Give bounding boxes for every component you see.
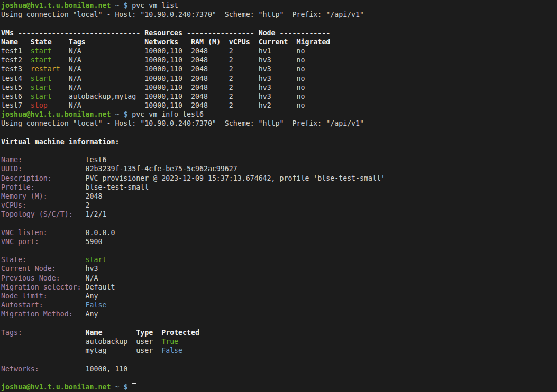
info-node-limit: Node limit: Any	[1, 292, 557, 301]
vm-list-row-test1: test1 start N/A 10000,110 2048 2 hv1 no	[1, 46, 557, 55]
info-current-node: Current Node: hv3	[1, 264, 557, 273]
tag-type: user	[136, 338, 153, 346]
info-value-node-limit: Any	[86, 292, 98, 300]
terminal-text: 2048	[191, 56, 208, 64]
terminal-text: N/A	[69, 65, 81, 73]
info-value-current-node: hv3	[86, 265, 98, 273]
info-value-topology: 1/2/1	[86, 210, 107, 218]
tag-name: autobackup	[86, 338, 128, 346]
vm-name: test7	[1, 101, 22, 109]
terminal-text	[254, 29, 259, 37]
section-label-vms: VMs	[1, 29, 14, 37]
terminal-text: no	[297, 74, 305, 82]
tag-name: mytag	[86, 347, 107, 354]
terminal-text: 2	[229, 74, 233, 82]
terminal-text: N/A	[69, 83, 81, 91]
prompt-line-1: joshua@hv1.t.u.bonilan.net ~ $ pvc vm li…	[1, 1, 557, 10]
terminal-text: hv3	[259, 74, 271, 82]
terminal-text: 2048	[191, 74, 208, 82]
terminal-text: no	[297, 47, 305, 55]
vm-list-row-test7: test7 stop N/A 10000,110 2048 2 hv2 no	[1, 101, 557, 110]
info-label: Name:	[1, 156, 22, 164]
vm-state: start	[31, 47, 52, 55]
terminal-text: 2048	[191, 101, 208, 109]
info-name: Name: test6	[1, 155, 557, 164]
prompt-user-host: joshua@hv1.t.u.bonilan.net	[1, 2, 111, 10]
info-label: Node limit:	[1, 292, 48, 300]
vm-list-row-test2: test2 start N/A 10000,110 2048 2 hv3 no	[1, 55, 557, 64]
blank-line	[1, 219, 557, 228]
terminal-screen[interactable]: joshua@hv1.t.u.bonilan.net ~ $ pvc vm li…	[0, 0, 557, 392]
tags-header-line: Tags: Name Type Protected	[1, 328, 557, 337]
connection-line-1: Using connection "local" - Host: "10.90.…	[1, 10, 557, 19]
info-label: Previous Node:	[1, 274, 60, 282]
vm-state: start	[31, 83, 52, 91]
terminal-text: no	[297, 92, 305, 100]
terminal-text: 10000,110	[144, 101, 182, 109]
vm-list-ruler: VMs ----------------------------- Resour…	[1, 29, 557, 38]
info-value-name: test6	[86, 156, 107, 164]
col-header-tags: Tags	[69, 38, 86, 46]
terminal-text: N/A	[69, 74, 81, 82]
info-label: VNC listen:	[1, 229, 48, 237]
info-label: Topology (S/C/T):	[1, 210, 73, 218]
info-description: Description: PVC provisioner @ 2023-12-0…	[1, 174, 557, 183]
terminal-text: 10000,110	[144, 74, 182, 82]
info-memory: Memory (M): 2048	[1, 192, 557, 201]
terminal-text: 2	[229, 83, 233, 91]
tags-col-header-name: Name	[86, 329, 103, 337]
terminal-text: N/A	[69, 47, 81, 55]
info-networks: Networks: 10000, 110	[1, 365, 557, 374]
vm-tags: autobackup,mytag	[69, 92, 136, 100]
tag-type: user	[136, 347, 153, 354]
vm-state: restart	[31, 65, 60, 73]
info-state: State: start	[1, 255, 557, 264]
section-label-resources: Resources	[144, 29, 182, 37]
vm-list-row-test4: test4 start N/A 10000,110 2048 2 hv3 no	[1, 74, 557, 83]
connection-info: Using connection "local" - Host: "10.90.…	[1, 119, 364, 127]
info-label: Current Node:	[1, 265, 56, 273]
info-previous-node: Previous Node: N/A	[1, 274, 557, 283]
terminal-text: 2	[229, 65, 233, 73]
info-label: State:	[1, 256, 26, 264]
info-value-vnc-listen: 0.0.0.0	[86, 229, 115, 237]
info-value-migration-selector: Default	[86, 283, 115, 291]
col-header-current: Current	[259, 38, 288, 46]
tag-row-mytag: mytag user False	[1, 346, 557, 355]
terminal-text: hv1	[259, 47, 271, 55]
terminal-text: 10000,110	[144, 65, 182, 73]
info-label: VNC port:	[1, 238, 39, 246]
section-label-node: Node	[259, 29, 276, 37]
blank-line	[1, 19, 557, 28]
info-label: Networks:	[1, 365, 39, 373]
info-uuid: UUID: 02b3239f-135f-4cfe-be75-5c962ac996…	[1, 164, 557, 173]
terminal-text-area: joshua@hv1.t.u.bonilan.net ~ $ pvc vm li…	[0, 0, 557, 391]
info-autostart: Autostart: False	[1, 301, 557, 310]
prompt-user-host: joshua@hv1.t.u.bonilan.net	[1, 383, 111, 391]
info-label: Memory (M):	[1, 192, 48, 200]
terminal-text: hv3	[259, 92, 271, 100]
info-label: Tags:	[1, 329, 22, 337]
info-value-autostart: False	[86, 301, 107, 309]
blank-line	[1, 374, 557, 382]
info-value-state: start	[86, 256, 107, 264]
vm-name: test4	[1, 74, 22, 82]
terminal-text: 2	[229, 56, 233, 64]
info-vnc-port: VNC port: 5900	[1, 237, 557, 246]
col-header-ram: RAM (M)	[191, 38, 221, 46]
terminal-text: hv2	[259, 101, 271, 109]
blank-line	[1, 128, 557, 137]
terminal-text: -----------------------------	[14, 29, 140, 37]
info-label: UUID:	[1, 165, 22, 173]
info-migration-selector: Migration selector: Default	[1, 283, 557, 292]
info-label: Migration Method:	[1, 310, 73, 318]
terminal-text: no	[297, 101, 305, 109]
vm-info-title-text: Virtual machine information:	[1, 138, 119, 146]
info-label: vCPUs:	[1, 201, 26, 209]
info-value-description: PVC provisioner @ 2023-12-09 15:37:13.67…	[86, 174, 385, 182]
terminal-text: 2048	[191, 65, 208, 73]
vm-list-header: Name State Tags Networks RAM (M) vCPUs C…	[1, 38, 557, 46]
terminal-text: N/A	[69, 101, 81, 109]
vm-name: test2	[1, 56, 22, 64]
tags-col-header-protected: Protected	[161, 329, 199, 337]
